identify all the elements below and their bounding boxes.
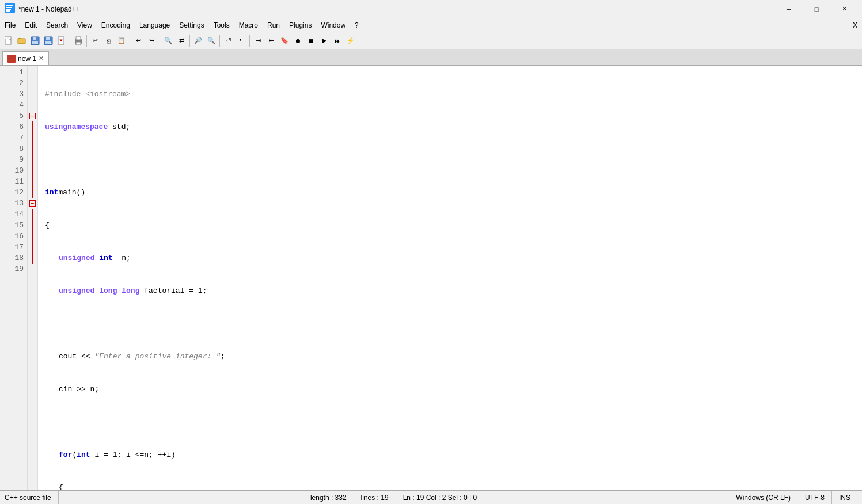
svg-rect-10 (33, 37, 36, 40)
menu-edit[interactable]: Edit (20, 18, 41, 32)
title-bar: *new 1 - Notepad++ ─ □ ✕ (0, 0, 862, 18)
line-numbers: 1 2 3 4 5 6 7 8 9 10 11 12 13 14 15 16 1… (0, 66, 28, 490)
minimize-button[interactable]: ─ (776, 0, 802, 18)
menu-plugins[interactable]: Plugins (284, 18, 316, 32)
fold-empty-4 (28, 100, 37, 110)
title-text: *new 1 - Notepad++ (18, 5, 776, 13)
fold-line-14 (28, 209, 37, 220)
menu-window[interactable]: Window (316, 18, 350, 32)
toolbar-all-chars[interactable]: ¶ (235, 35, 248, 47)
svg-rect-13 (46, 37, 50, 40)
menu-run[interactable]: Run (263, 18, 284, 32)
fold-box-13[interactable]: − (29, 200, 36, 207)
fold-line-6 (28, 121, 37, 132)
menu-encoding[interactable]: Encoding (97, 18, 135, 32)
toolbar-paste[interactable]: 📋 (115, 35, 128, 47)
toolbar-macro-play[interactable]: ▶ (318, 35, 331, 47)
toolbar-bookmark[interactable]: 🔖 (278, 35, 291, 47)
tab-bar: new 1 ✕ (0, 49, 862, 66)
tab-new1[interactable]: new 1 ✕ (2, 51, 49, 65)
svg-rect-1 (6, 5, 13, 6)
fold-line-18 (28, 253, 37, 264)
toolbar-zoom-out[interactable]: 🔍 (205, 35, 218, 47)
toolbar-copy[interactable]: ⎘ (102, 35, 115, 47)
menu-view[interactable]: View (73, 18, 97, 32)
code-line-9: cout << "Enter a positive integer: "; (43, 351, 862, 362)
toolbar-save[interactable] (29, 35, 41, 47)
fold-empty-2 (28, 78, 37, 89)
svg-rect-7 (18, 39, 25, 44)
toolbar-new[interactable] (2, 35, 15, 47)
fold-line-9 (28, 154, 37, 165)
menu-settings[interactable]: Settings (174, 18, 208, 32)
toolbar-macro-save[interactable]: ⏭ (331, 35, 344, 47)
code-line-2: using namespace std; (43, 121, 862, 132)
svg-rect-11 (32, 41, 38, 44)
toolbar-wrap[interactable]: ⏎ (222, 35, 234, 47)
fold-open-5[interactable]: − (28, 110, 37, 121)
toolbar-replace[interactable]: ⇄ (175, 35, 188, 47)
toolbar-zoom-in[interactable]: 🔎 (192, 35, 204, 47)
fold-gutter: − − (28, 66, 38, 490)
menu-search[interactable]: Search (41, 18, 73, 32)
menu-close-x[interactable]: X (848, 20, 862, 30)
code-line-10: cin >> n; (43, 384, 862, 395)
toolbar-outdent[interactable]: ⇤ (265, 35, 278, 47)
code-line-12: for(int i = 1; i <=n; ++i) (43, 449, 862, 460)
toolbar-cut[interactable]: ✂ (89, 35, 101, 47)
svg-text:+: + (50, 41, 52, 45)
toolbar-find[interactable]: 🔍 (162, 35, 174, 47)
tab-label: new 1 (18, 55, 36, 63)
fold-box-5[interactable]: − (29, 113, 36, 119)
tab-close-button[interactable]: ✕ (39, 55, 44, 62)
code-line-6: unsigned int n; (43, 253, 862, 264)
code-line-13: { (43, 482, 862, 490)
fold-line-19 (28, 264, 37, 274)
toolbar-close[interactable] (55, 35, 68, 47)
code-area[interactable]: #include <iostream> using namespace std;… (38, 66, 862, 490)
toolbar: + ✂ ⎘ 📋 ↩ ↪ 🔍 ⇄ 🔎 🔍 ⏎ ¶ ⇥ ⇤ 🔖 ⏺ ⏹ ▶ ⏭ ⚡ (0, 32, 862, 49)
toolbar-run[interactable]: ⚡ (344, 35, 357, 47)
toolbar-print[interactable] (72, 35, 85, 47)
menu-bar: File Edit Search View Encoding Language … (0, 18, 862, 32)
maximize-button[interactable]: □ (803, 0, 830, 18)
toolbar-redo[interactable]: ↪ (145, 35, 158, 47)
code-line-4: int main() (43, 187, 862, 198)
fold-line-7 (28, 132, 37, 143)
status-line-ending: Windows (CR LF) (729, 491, 798, 504)
fold-open-13[interactable]: − (28, 198, 37, 209)
fold-line-15 (28, 220, 37, 231)
code-line-11 (43, 417, 862, 427)
svg-rect-4 (6, 10, 10, 12)
toolbar-undo[interactable]: ↩ (132, 35, 145, 47)
toolbar-macro-stop[interactable]: ⏹ (305, 35, 317, 47)
menu-file[interactable]: File (0, 18, 20, 32)
close-button[interactable]: ✕ (831, 0, 857, 18)
menu-macro[interactable]: Macro (234, 18, 263, 32)
svg-rect-8 (18, 38, 21, 39)
status-length: length : 332 (303, 491, 354, 504)
toolbar-save-all[interactable]: + (42, 35, 55, 47)
code-line-7: unsigned long long factorial = 1; (43, 285, 862, 296)
fold-empty-1 (28, 67, 37, 78)
editor-container: 1 2 3 4 5 6 7 8 9 10 11 12 13 14 15 16 1… (0, 66, 862, 490)
svg-rect-22 (9, 56, 14, 62)
svg-rect-3 (6, 9, 11, 10)
menu-help[interactable]: ? (350, 18, 363, 32)
code-line-1: #include <iostream> (43, 89, 862, 100)
menu-tools[interactable]: Tools (209, 18, 234, 32)
status-filetype: C++ source file (5, 491, 59, 504)
toolbar-indent[interactable]: ⇥ (252, 35, 264, 47)
status-bar: C++ source file length : 332 lines : 19 … (0, 490, 862, 504)
status-encoding: UTF-8 (798, 491, 832, 504)
fold-line-10 (28, 165, 37, 176)
title-icon (5, 3, 15, 16)
fold-line-17 (28, 242, 37, 253)
fold-line-12 (28, 187, 37, 198)
toolbar-open[interactable] (16, 35, 28, 47)
svg-rect-21 (76, 42, 81, 45)
menu-language[interactable]: Language (135, 18, 174, 32)
toolbar-macro-rec[interactable]: ⏺ (291, 35, 304, 47)
status-position: Ln : 19 Col : 2 Sel : 0 | 0 (396, 491, 485, 504)
window-controls: ─ □ ✕ (776, 0, 857, 18)
